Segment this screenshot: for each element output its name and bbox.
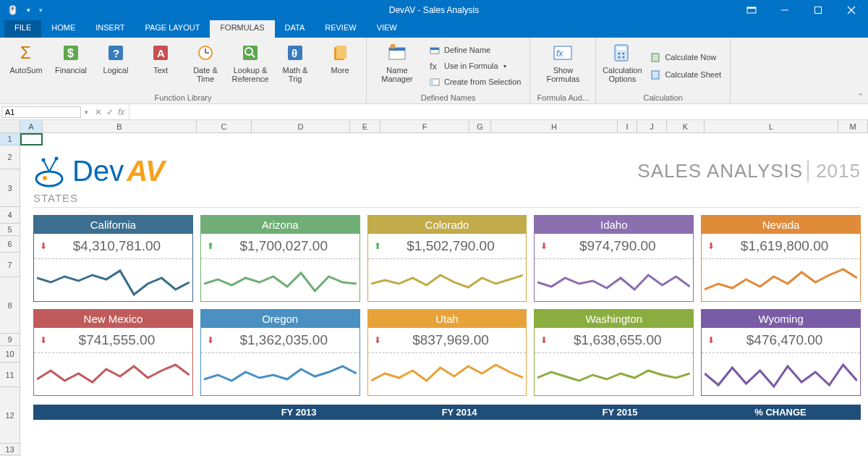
card-value-row: ⬇ $1,638,655.00 bbox=[535, 328, 693, 353]
math-button[interactable]: θMath & Trig bbox=[273, 40, 317, 92]
tab-home[interactable]: HOME bbox=[41, 20, 85, 38]
column-header[interactable]: J bbox=[637, 120, 667, 132]
column-header[interactable]: K bbox=[667, 120, 705, 132]
row-header[interactable]: 5 bbox=[0, 224, 20, 236]
app-icon: 🖱️ bbox=[7, 5, 18, 15]
show-formulas-button[interactable]: fxShow Formulas bbox=[535, 40, 591, 92]
row-headers: 1234567891011121314 bbox=[0, 133, 20, 456]
autosum-button[interactable]: ΣAutoSum bbox=[4, 40, 48, 92]
tab-insert[interactable]: INSERT bbox=[85, 20, 135, 38]
tab-formulas[interactable]: FORMULAS bbox=[210, 20, 274, 38]
table-column-header: FY 2014 bbox=[379, 407, 540, 418]
sparkline bbox=[368, 259, 527, 301]
row-header[interactable]: 2 bbox=[0, 145, 20, 169]
table-column-header bbox=[33, 407, 218, 418]
insert-function-icon[interactable]: fx bbox=[118, 107, 124, 117]
state-card: New Mexico ⬇ $741,555.00 bbox=[33, 309, 193, 396]
calculate-now-button[interactable]: Calculate Now bbox=[645, 50, 726, 64]
group-formula-auditing: fxShow Formulas Formula Aud... bbox=[530, 38, 596, 104]
svg-text:Σ: Σ bbox=[20, 43, 31, 62]
row-header[interactable]: 13 bbox=[0, 444, 20, 455]
state-card: Idaho ⬇ $974,790.00 bbox=[534, 215, 694, 302]
minimize-button[interactable] bbox=[768, 0, 801, 20]
state-card: Washington ⬇ $1,638,655.00 bbox=[534, 309, 694, 396]
lookup-button[interactable]: Lookup & Reference bbox=[229, 40, 272, 92]
ribbon-display-icon[interactable] bbox=[735, 0, 768, 20]
calc-options-button[interactable]: Calculation Options bbox=[600, 40, 644, 92]
logical-button[interactable]: ?Logical bbox=[94, 40, 137, 92]
row-header[interactable]: 3 bbox=[0, 169, 20, 207]
column-header[interactable]: G bbox=[469, 120, 491, 132]
column-header[interactable]: A bbox=[20, 120, 43, 132]
collapse-ribbon-icon[interactable]: ⌃ bbox=[857, 92, 864, 101]
page-title: SALES ANALYSIS2015 bbox=[637, 160, 861, 182]
svg-point-36 bbox=[618, 53, 621, 55]
ribbon: ΣAutoSum $Financial ?Logical AText Date … bbox=[0, 38, 868, 104]
tab-page-layout[interactable]: PAGE LAYOUT bbox=[135, 20, 210, 38]
define-name-button[interactable]: Define Name bbox=[425, 43, 525, 57]
svg-rect-28 bbox=[430, 48, 439, 50]
row-header[interactable]: 9 bbox=[0, 334, 20, 346]
name-box-dropdown-icon[interactable]: ▾ bbox=[82, 109, 90, 116]
column-header[interactable]: I bbox=[618, 120, 637, 132]
card-value-row: ⬆ $1,502,790.00 bbox=[368, 234, 527, 259]
tab-view[interactable]: VIEW bbox=[367, 20, 407, 38]
qat-more-icon[interactable]: ▾ bbox=[39, 7, 43, 14]
window-title: DevAV - Sales Analysis bbox=[389, 5, 480, 15]
sparkline bbox=[201, 353, 359, 395]
row-header[interactable]: 12 bbox=[0, 387, 20, 444]
column-header[interactable]: B bbox=[43, 120, 197, 132]
row-header[interactable]: 8 bbox=[0, 277, 20, 334]
column-header[interactable]: E bbox=[350, 120, 380, 132]
create-from-selection-button[interactable]: Create from Selection bbox=[425, 75, 525, 89]
arrow-down-icon: ⬇ bbox=[707, 335, 715, 345]
name-box[interactable] bbox=[1, 106, 81, 118]
titlebar: 🖱️ ▾ ▾ DevAV - Sales Analysis bbox=[0, 0, 868, 20]
column-header[interactable]: D bbox=[252, 120, 350, 132]
enter-formula-icon[interactable]: ✓ bbox=[106, 107, 114, 117]
use-in-formula-button[interactable]: fxUse in Formula▾ bbox=[425, 59, 525, 73]
datetime-button[interactable]: Date & Time bbox=[184, 40, 227, 92]
table-column-header: FY 2013 bbox=[218, 407, 379, 418]
financial-button[interactable]: $Financial bbox=[49, 40, 93, 92]
row-header[interactable]: 4 bbox=[0, 207, 20, 224]
card-header: Arizona bbox=[201, 216, 359, 234]
row-header[interactable]: 6 bbox=[0, 236, 20, 253]
tab-data[interactable]: DATA bbox=[275, 20, 315, 38]
column-header[interactable]: C bbox=[197, 120, 252, 132]
more-button[interactable]: More bbox=[318, 40, 362, 92]
row-header[interactable]: 10 bbox=[0, 346, 20, 363]
tab-review[interactable]: REVIEW bbox=[315, 20, 366, 38]
row-header[interactable]: 1 bbox=[0, 133, 20, 145]
cancel-formula-icon[interactable]: ✕ bbox=[95, 107, 102, 117]
formula-input[interactable] bbox=[129, 104, 868, 119]
qat-dropdown-icon[interactable]: ▾ bbox=[27, 7, 30, 14]
text-button[interactable]: AText bbox=[139, 40, 182, 92]
tab-file[interactable]: FILE bbox=[4, 20, 41, 38]
group-function-library: ΣAutoSum $Financial ?Logical AText Date … bbox=[0, 38, 367, 104]
arrow-down-icon: ⬇ bbox=[374, 335, 381, 345]
arrow-down-icon: ⬇ bbox=[40, 241, 47, 251]
calculate-sheet-button[interactable]: Calculate Sheet bbox=[645, 67, 726, 82]
name-manager-button[interactable]: Name Manager bbox=[371, 40, 423, 92]
card-header: Oregon bbox=[201, 310, 359, 328]
card-value-row: ⬇ $741,555.00 bbox=[34, 328, 192, 353]
select-all-corner[interactable] bbox=[0, 120, 20, 132]
column-header[interactable]: L bbox=[705, 120, 838, 132]
column-header[interactable]: H bbox=[491, 120, 618, 132]
close-button[interactable] bbox=[835, 0, 868, 20]
arrow-down-icon: ⬇ bbox=[707, 241, 715, 251]
worksheet[interactable]: DevAV SALES ANALYSIS2015 STATES Californ… bbox=[20, 133, 868, 456]
column-header[interactable]: F bbox=[380, 120, 469, 132]
card-amount: $1,700,027.00 bbox=[214, 238, 354, 254]
sparkline bbox=[34, 259, 192, 301]
state-card: Nevada ⬇ $1,619,800.00 bbox=[701, 215, 861, 302]
svg-text:fx: fx bbox=[430, 61, 438, 71]
row-header[interactable]: 11 bbox=[0, 363, 20, 387]
arrow-up-icon: ⬆ bbox=[374, 241, 381, 251]
svg-point-46 bbox=[55, 156, 59, 160]
column-header[interactable]: M bbox=[838, 120, 868, 132]
card-amount: $1,619,800.00 bbox=[715, 238, 854, 254]
maximize-button[interactable] bbox=[801, 0, 835, 20]
row-header[interactable]: 7 bbox=[0, 253, 20, 277]
